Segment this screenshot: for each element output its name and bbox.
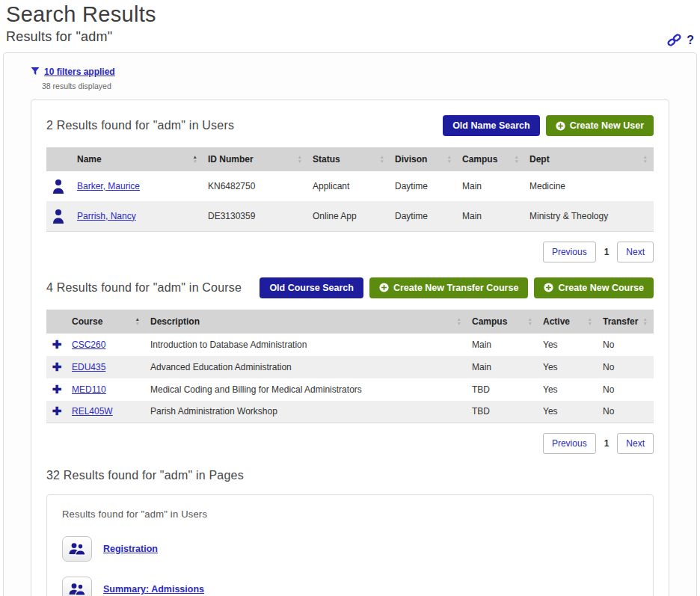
course-active: Yes [538,401,598,423]
course-code-link[interactable]: CSC260 [72,340,105,350]
col-label: Transfer [603,316,638,327]
course-code-link[interactable]: EDU435 [72,362,105,372]
course-description: Medical Coding and Billing for Medical A… [146,378,467,401]
page-link-registration[interactable]: Registration [103,544,158,554]
users-col-id[interactable]: ID Number ▲▼ [203,147,308,171]
sort-icon[interactable]: ▲▼ [588,317,594,326]
courses-actions: Old Course Search Create New Transfer Co… [260,277,654,298]
courses-section-header: 4 Results found for "adm" in Course Old … [46,277,654,298]
course-transfer: No [598,378,654,401]
pages-results-card: Results found for "adm" in Users Registr… [46,494,654,596]
sort-icon[interactable]: ▲▼ [515,155,521,164]
results-panel: 10 filters applied 38 results displayed … [3,52,697,596]
course-campus: TBD [467,378,538,401]
courses-table: Course ▲▼ Description ▲▼ Campus ▲▼ Act [46,310,654,424]
user-dept: Ministry & Theology [525,201,654,231]
page-subtitle: Results for "adm" [6,29,694,45]
col-label: Dept [529,154,550,165]
course-description: Introduction to Database Administration [146,334,467,356]
course-code-link[interactable]: MED110 [72,384,106,395]
sort-asc-icon[interactable]: ▲▼ [135,317,141,326]
col-label: Name [77,154,102,165]
users-section-header: 2 Results found for "adm" in Users Old N… [46,115,654,136]
user-id: KN6482750 [203,171,308,201]
user-campus: Main [458,201,525,231]
col-label: Campus [462,154,497,165]
expand-plus-icon[interactable]: ✚ [52,383,62,396]
courses-col-campus[interactable]: Campus ▲▼ [467,310,538,334]
results-displayed-label: 38 results displayed [42,82,669,90]
col-label: Description [150,316,200,327]
page-number[interactable]: 1 [604,438,610,449]
sort-icon[interactable]: ▲▼ [643,317,649,326]
expand-plus-icon[interactable]: ✚ [52,338,62,351]
sort-asc-icon[interactable]: ▲▼ [193,155,199,164]
courses-col-description[interactable]: Description ▲▼ [146,310,467,334]
user-division: Daytime [390,171,458,201]
filter-funnel-icon [31,65,40,79]
users-col-division[interactable]: Divison ▲▼ [390,147,458,171]
previous-button[interactable]: Previous [543,433,596,454]
course-code-link[interactable]: REL405W [72,406,113,417]
user-status: Online App [308,201,390,231]
create-new-transfer-course-button[interactable]: Create New Transfer Course [369,277,528,298]
user-row: Parrish, Nancy DE3130359 Online App Dayt… [46,201,654,231]
user-dept: Medicine [525,171,654,201]
course-row: ✚ CSC260 Introduction to Database Admini… [46,334,654,356]
filters-applied-link[interactable]: 10 filters applied [44,67,115,77]
pages-section-heading: 32 Results found for "adm" in Pages [46,469,654,482]
users-col-name[interactable]: Name ▲▼ [73,147,203,171]
users-actions: Old Name Search Create New User [443,115,654,136]
courses-col-expand [46,310,67,334]
users-col-dept[interactable]: Dept ▲▼ [525,147,654,171]
add-circle-icon [544,283,553,292]
sort-icon[interactable]: ▲▼ [447,155,453,164]
courses-pagination: Previous 1 Next [46,433,654,454]
create-new-user-label: Create New User [570,120,644,131]
courses-col-transfer[interactable]: Transfer ▲▼ [598,310,654,334]
page-link-summary-admissions[interactable]: Summary: Admissions [103,584,204,595]
sort-icon[interactable]: ▲▼ [380,155,386,164]
create-new-user-button[interactable]: Create New User [546,115,654,136]
header-icons: ? [667,33,694,47]
user-row: Barker, Maurice KN6482750 Applicant Dayt… [46,171,654,201]
course-transfer: No [598,334,654,356]
users-section-heading: 2 Results found for "adm" in Users [46,119,234,132]
course-campus: Main [467,356,538,378]
col-label: Divison [395,154,427,165]
user-name-link[interactable]: Barker, Maurice [77,181,140,191]
old-name-search-button[interactable]: Old Name Search [443,115,540,136]
users-col-icon [46,147,73,171]
courses-table-header-row: Course ▲▼ Description ▲▼ Campus ▲▼ Act [46,310,654,334]
permalink-icon[interactable] [667,33,681,47]
sort-icon[interactable]: ▲▼ [298,155,304,164]
next-button[interactable]: Next [617,242,654,262]
old-course-search-button[interactable]: Old Course Search [260,277,363,298]
next-button[interactable]: Next [617,433,654,454]
page-number[interactable]: 1 [604,247,610,257]
users-group-icon[interactable] [62,536,92,562]
users-group-icon[interactable] [62,577,92,596]
user-icon [51,178,68,194]
expand-plus-icon[interactable]: ✚ [52,405,62,417]
users-col-campus[interactable]: Campus ▲▼ [458,147,525,171]
courses-col-course[interactable]: Course ▲▼ [67,310,146,334]
add-circle-icon [379,283,389,292]
expand-plus-icon[interactable]: ✚ [52,360,62,373]
sort-icon[interactable]: ▲▼ [457,317,463,326]
sort-icon[interactable]: ▲▼ [643,155,649,164]
pages-group-heading: Results found for "adm" in Users [62,509,638,520]
sort-icon[interactable]: ▲▼ [528,317,534,326]
course-active: Yes [538,356,598,378]
user-name-link[interactable]: Parrish, Nancy [77,211,136,221]
old-name-search-label: Old Name Search [452,120,530,131]
users-col-status[interactable]: Status ▲▼ [308,147,390,171]
help-icon[interactable]: ? [687,34,694,47]
col-label: Active [543,316,570,327]
create-new-course-button[interactable]: Create New Course [534,277,654,298]
previous-button[interactable]: Previous [543,242,596,262]
courses-col-active[interactable]: Active ▲▼ [538,310,598,334]
page-result-item: Registration [62,536,638,562]
course-row: ✚ MED110 Medical Coding and Billing for … [46,378,654,401]
old-course-search-label: Old Course Search [269,283,354,293]
